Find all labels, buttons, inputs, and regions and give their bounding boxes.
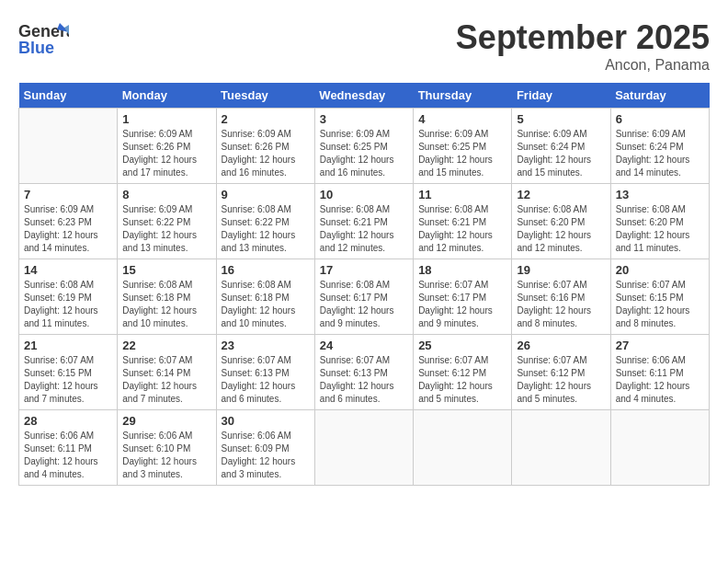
day-info: Sunrise: 6:09 AM Sunset: 6:25 PM Dayligh… xyxy=(320,128,408,179)
logo: General Blue xyxy=(18,18,68,55)
day-info: Sunrise: 6:09 AM Sunset: 6:26 PM Dayligh… xyxy=(222,128,310,179)
month-title: September 2025 xyxy=(456,18,710,57)
day-info: Sunrise: 6:08 AM Sunset: 6:22 PM Dayligh… xyxy=(222,203,310,255)
day-number: 5 xyxy=(517,112,605,126)
calendar-cell xyxy=(512,410,610,486)
title-block: September 2025 Ancon, Panama xyxy=(456,18,710,74)
day-info: Sunrise: 6:06 AM Sunset: 6:09 PM Dayligh… xyxy=(222,430,310,481)
calendar-cell: 16Sunrise: 6:08 AM Sunset: 6:18 PM Dayli… xyxy=(216,259,314,335)
week-row-4: 21Sunrise: 6:07 AM Sunset: 6:15 PM Dayli… xyxy=(19,335,710,410)
calendar-cell: 9Sunrise: 6:08 AM Sunset: 6:22 PM Daylig… xyxy=(216,184,314,259)
calendar-cell: 25Sunrise: 6:07 AM Sunset: 6:12 PM Dayli… xyxy=(414,335,512,410)
calendar-cell: 20Sunrise: 6:07 AM Sunset: 6:15 PM Dayli… xyxy=(610,259,709,335)
day-info: Sunrise: 6:09 AM Sunset: 6:26 PM Dayligh… xyxy=(122,128,210,179)
day-info: Sunrise: 6:08 AM Sunset: 6:17 PM Dayligh… xyxy=(320,279,408,330)
day-number: 14 xyxy=(24,263,112,277)
calendar-cell: 10Sunrise: 6:08 AM Sunset: 6:21 PM Dayli… xyxy=(314,184,413,259)
calendar-cell xyxy=(19,109,118,184)
day-info: Sunrise: 6:06 AM Sunset: 6:10 PM Dayligh… xyxy=(122,430,210,481)
day-number: 23 xyxy=(222,339,310,352)
week-row-1: 1Sunrise: 6:09 AM Sunset: 6:26 PM Daylig… xyxy=(19,109,710,184)
day-number: 29 xyxy=(122,414,210,428)
weekday-header-sunday: Sunday xyxy=(19,83,118,109)
day-number: 6 xyxy=(616,112,704,126)
day-number: 13 xyxy=(616,188,704,201)
day-info: Sunrise: 6:07 AM Sunset: 6:15 PM Dayligh… xyxy=(616,279,704,330)
weekday-header-friday: Friday xyxy=(512,83,610,109)
day-number: 10 xyxy=(320,188,408,201)
calendar-cell: 3Sunrise: 6:09 AM Sunset: 6:25 PM Daylig… xyxy=(314,109,413,184)
weekday-header-wednesday: Wednesday xyxy=(314,83,413,109)
calendar-header: SundayMondayTuesdayWednesdayThursdayFrid… xyxy=(19,83,710,109)
day-info: Sunrise: 6:07 AM Sunset: 6:14 PM Dayligh… xyxy=(122,354,210,406)
calendar-cell: 6Sunrise: 6:09 AM Sunset: 6:24 PM Daylig… xyxy=(610,109,709,184)
day-number: 11 xyxy=(418,188,506,201)
weekday-header-saturday: Saturday xyxy=(610,83,709,109)
calendar-cell: 1Sunrise: 6:09 AM Sunset: 6:26 PM Daylig… xyxy=(118,109,216,184)
day-info: Sunrise: 6:06 AM Sunset: 6:11 PM Dayligh… xyxy=(616,354,704,406)
week-row-3: 14Sunrise: 6:08 AM Sunset: 6:19 PM Dayli… xyxy=(19,259,710,335)
day-info: Sunrise: 6:07 AM Sunset: 6:12 PM Dayligh… xyxy=(517,354,605,406)
calendar-cell: 2Sunrise: 6:09 AM Sunset: 6:26 PM Daylig… xyxy=(216,109,314,184)
weekday-header-thursday: Thursday xyxy=(414,83,512,109)
day-info: Sunrise: 6:07 AM Sunset: 6:12 PM Dayligh… xyxy=(418,354,506,406)
day-info: Sunrise: 6:08 AM Sunset: 6:19 PM Dayligh… xyxy=(24,279,112,330)
logo-icon: General Blue xyxy=(18,18,64,55)
calendar-cell: 21Sunrise: 6:07 AM Sunset: 6:15 PM Dayli… xyxy=(19,335,118,410)
day-number: 12 xyxy=(517,188,605,201)
calendar-cell: 17Sunrise: 6:08 AM Sunset: 6:17 PM Dayli… xyxy=(314,259,413,335)
calendar-cell: 30Sunrise: 6:06 AM Sunset: 6:09 PM Dayli… xyxy=(216,410,314,486)
calendar-cell: 5Sunrise: 6:09 AM Sunset: 6:24 PM Daylig… xyxy=(512,109,610,184)
day-info: Sunrise: 6:09 AM Sunset: 6:25 PM Dayligh… xyxy=(418,128,506,179)
day-info: Sunrise: 6:08 AM Sunset: 6:21 PM Dayligh… xyxy=(418,203,506,255)
day-info: Sunrise: 6:09 AM Sunset: 6:24 PM Dayligh… xyxy=(517,128,605,179)
day-number: 30 xyxy=(222,414,310,428)
calendar-cell: 23Sunrise: 6:07 AM Sunset: 6:13 PM Dayli… xyxy=(216,335,314,410)
calendar-cell: 13Sunrise: 6:08 AM Sunset: 6:20 PM Dayli… xyxy=(610,184,709,259)
day-info: Sunrise: 6:08 AM Sunset: 6:18 PM Dayligh… xyxy=(222,279,310,330)
day-number: 16 xyxy=(222,263,310,277)
weekday-header-tuesday: Tuesday xyxy=(216,83,314,109)
day-number: 25 xyxy=(418,339,506,352)
calendar-cell: 14Sunrise: 6:08 AM Sunset: 6:19 PM Dayli… xyxy=(19,259,118,335)
calendar-cell xyxy=(414,410,512,486)
day-number: 17 xyxy=(320,263,408,277)
calendar-cell: 24Sunrise: 6:07 AM Sunset: 6:13 PM Dayli… xyxy=(314,335,413,410)
day-info: Sunrise: 6:09 AM Sunset: 6:24 PM Dayligh… xyxy=(616,128,704,179)
calendar-cell: 7Sunrise: 6:09 AM Sunset: 6:23 PM Daylig… xyxy=(19,184,118,259)
week-row-5: 28Sunrise: 6:06 AM Sunset: 6:11 PM Dayli… xyxy=(19,410,710,486)
day-number: 1 xyxy=(122,112,210,126)
day-number: 18 xyxy=(418,263,506,277)
day-number: 9 xyxy=(222,188,310,201)
week-row-2: 7Sunrise: 6:09 AM Sunset: 6:23 PM Daylig… xyxy=(19,184,710,259)
calendar-cell: 19Sunrise: 6:07 AM Sunset: 6:16 PM Dayli… xyxy=(512,259,610,335)
day-info: Sunrise: 6:07 AM Sunset: 6:13 PM Dayligh… xyxy=(320,354,408,406)
day-info: Sunrise: 6:07 AM Sunset: 6:17 PM Dayligh… xyxy=(418,279,506,330)
day-number: 8 xyxy=(122,188,210,201)
calendar-cell: 12Sunrise: 6:08 AM Sunset: 6:20 PM Dayli… xyxy=(512,184,610,259)
day-info: Sunrise: 6:09 AM Sunset: 6:23 PM Dayligh… xyxy=(24,203,112,255)
calendar-cell xyxy=(610,410,709,486)
day-info: Sunrise: 6:06 AM Sunset: 6:11 PM Dayligh… xyxy=(24,430,112,481)
weekday-header-monday: Monday xyxy=(118,83,216,109)
day-info: Sunrise: 6:08 AM Sunset: 6:20 PM Dayligh… xyxy=(616,203,704,255)
day-number: 26 xyxy=(517,339,605,352)
day-number: 27 xyxy=(616,339,704,352)
calendar-cell xyxy=(314,410,413,486)
day-number: 2 xyxy=(222,112,310,126)
calendar-cell: 29Sunrise: 6:06 AM Sunset: 6:10 PM Dayli… xyxy=(118,410,216,486)
location: Ancon, Panama xyxy=(456,57,710,74)
calendar-cell: 26Sunrise: 6:07 AM Sunset: 6:12 PM Dayli… xyxy=(512,335,610,410)
day-info: Sunrise: 6:08 AM Sunset: 6:20 PM Dayligh… xyxy=(517,203,605,255)
day-info: Sunrise: 6:09 AM Sunset: 6:22 PM Dayligh… xyxy=(122,203,210,255)
day-number: 19 xyxy=(517,263,605,277)
day-number: 4 xyxy=(418,112,506,126)
calendar-cell: 15Sunrise: 6:08 AM Sunset: 6:18 PM Dayli… xyxy=(118,259,216,335)
calendar-cell: 28Sunrise: 6:06 AM Sunset: 6:11 PM Dayli… xyxy=(19,410,118,486)
day-number: 28 xyxy=(24,414,112,428)
calendar-cell: 4Sunrise: 6:09 AM Sunset: 6:25 PM Daylig… xyxy=(414,109,512,184)
day-number: 20 xyxy=(616,263,704,277)
day-number: 22 xyxy=(122,339,210,352)
day-number: 3 xyxy=(320,112,408,126)
day-info: Sunrise: 6:07 AM Sunset: 6:15 PM Dayligh… xyxy=(24,354,112,406)
